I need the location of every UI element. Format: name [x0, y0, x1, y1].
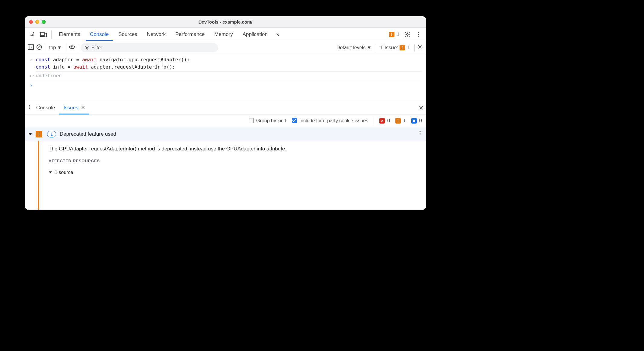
warning-icon: !: [395, 118, 401, 124]
filter-input[interactable]: Filter: [81, 43, 218, 52]
source-summary-text: 1 source: [55, 170, 73, 175]
svg-point-4: [406, 34, 408, 35]
context-label: top: [49, 45, 56, 50]
divider: [376, 44, 376, 51]
tab-console[interactable]: Console: [86, 28, 113, 41]
console-output: undefined: [36, 72, 62, 79]
kebab-menu-icon[interactable]: [413, 30, 423, 39]
filter-placeholder: Filter: [91, 45, 102, 50]
device-toolbar-icon[interactable]: [39, 30, 48, 39]
error-count[interactable]: × 0: [379, 118, 390, 124]
drawer: Console Issues ✕ ✕ Group by kind Include…: [25, 101, 426, 210]
main-tabstrip: Elements Console Sources Network Perform…: [25, 28, 426, 41]
divider: [78, 44, 78, 51]
tab-application[interactable]: Application: [238, 28, 272, 41]
console-output-row: ‹· undefined: [29, 72, 422, 80]
console-input[interactable]: const adapter = await navigator.gpu.requ…: [36, 56, 422, 72]
live-expression-icon[interactable]: [69, 45, 75, 51]
issue-title: Deprecated feature used: [60, 131, 116, 137]
issue-header[interactable]: ! 1 Deprecated feature used: [25, 127, 426, 141]
svg-point-19: [419, 133, 420, 134]
svg-point-16: [29, 108, 30, 109]
devtools-window: DevTools - example.com/ Elements Console…: [25, 16, 426, 210]
console-body: › const adapter = await navigator.gpu.re…: [25, 54, 426, 101]
output-prompt-icon: ‹·: [29, 72, 33, 79]
console-settings-icon[interactable]: [417, 44, 423, 51]
filter-icon: [85, 46, 89, 50]
input-prompt-icon: ›: [29, 56, 33, 63]
chevron-down-icon: ▼: [367, 45, 371, 50]
issue-kebab-icon[interactable]: [418, 131, 422, 137]
clear-console-icon[interactable]: [36, 44, 42, 51]
chevron-down-icon: ▼: [57, 45, 62, 50]
issues-filterbar: Group by kind Include third-party cookie…: [25, 114, 426, 127]
warning-icon: !: [36, 131, 42, 137]
checkbox-unchecked-icon: [249, 118, 254, 123]
context-selector[interactable]: top ▼: [47, 45, 64, 50]
issues-label: 1 Issue:: [380, 45, 398, 51]
drawer-tab-issues[interactable]: Issues ✕: [59, 101, 89, 114]
warning-icon: !: [400, 45, 405, 50]
divider: [45, 44, 45, 51]
expand-triangle-icon: [49, 172, 52, 174]
svg-point-14: [29, 105, 30, 106]
svg-point-7: [418, 36, 419, 37]
warning-icon: !: [389, 32, 394, 37]
drawer-kebab-icon[interactable]: [27, 105, 32, 111]
console-input-row: › const adapter = await navigator.gpu.re…: [29, 56, 422, 72]
drawer-tabstrip: Console Issues ✕ ✕: [25, 101, 426, 114]
include-thirdparty-label: Include third-party cookie issues: [299, 118, 368, 124]
tab-memory[interactable]: Memory: [210, 28, 237, 41]
warning-count[interactable]: ! 1: [395, 118, 406, 124]
svg-line-11: [38, 46, 41, 49]
issue-message: The GPUAdapter requestAdapterInfo() meth…: [49, 146, 420, 152]
svg-point-5: [418, 32, 419, 33]
info-count[interactable]: 0: [411, 118, 422, 124]
toggle-sidebar-icon[interactable]: [28, 44, 34, 51]
close-tab-icon[interactable]: ✕: [81, 105, 85, 111]
divider: [414, 44, 415, 51]
svg-point-6: [418, 34, 419, 35]
drawer-tab-issues-label: Issues: [63, 105, 78, 111]
svg-point-20: [419, 134, 420, 135]
issues-link[interactable]: 1 Issue: ! 1: [378, 45, 412, 51]
info-count-value: 0: [419, 118, 422, 124]
issue-count-pill: 1: [47, 131, 56, 137]
prompt-icon: ›: [29, 82, 33, 89]
divider: [66, 44, 66, 51]
expand-triangle-icon: [28, 133, 32, 135]
warning-count-value: 1: [403, 118, 406, 124]
checkbox-checked-icon: [292, 118, 297, 123]
info-icon: [411, 118, 417, 124]
console-prompt-row[interactable]: ›: [29, 80, 422, 89]
tab-network[interactable]: Network: [143, 28, 170, 41]
tab-performance[interactable]: Performance: [171, 28, 209, 41]
close-drawer-icon[interactable]: ✕: [419, 104, 424, 111]
error-count-value: 0: [387, 118, 390, 124]
group-by-kind-checkbox[interactable]: Group by kind: [249, 118, 286, 124]
divider: [51, 31, 52, 38]
window-title: DevTools - example.com/: [25, 19, 426, 24]
more-tabs-icon[interactable]: »: [273, 30, 283, 39]
svg-point-18: [419, 131, 420, 132]
affected-resources-label: AFFECTED RESOURCES: [49, 159, 420, 163]
drawer-tab-console[interactable]: Console: [32, 101, 59, 114]
tab-elements[interactable]: Elements: [55, 28, 84, 41]
divider: [374, 118, 374, 124]
svg-point-15: [29, 106, 30, 107]
source-summary[interactable]: 1 source: [49, 170, 420, 175]
settings-icon[interactable]: [403, 30, 412, 39]
titlebar: DevTools - example.com/: [25, 16, 426, 28]
issue-body: The GPUAdapter requestAdapterInfo() meth…: [38, 141, 426, 210]
error-icon: ×: [379, 118, 385, 124]
group-by-kind-label: Group by kind: [256, 118, 286, 124]
include-thirdparty-checkbox[interactable]: Include third-party cookie issues: [292, 118, 368, 124]
tab-sources[interactable]: Sources: [114, 28, 141, 41]
svg-rect-17: [413, 120, 415, 122]
issues-count: 1: [407, 45, 410, 51]
console-toolbar: top ▼ Filter Default levels ▼ 1 Issue: !…: [25, 41, 426, 54]
inspect-element-icon[interactable]: [28, 30, 37, 39]
log-levels-selector[interactable]: Default levels ▼: [335, 45, 373, 50]
warning-count: 1: [397, 31, 400, 37]
warning-indicator[interactable]: ! 1: [387, 31, 401, 37]
